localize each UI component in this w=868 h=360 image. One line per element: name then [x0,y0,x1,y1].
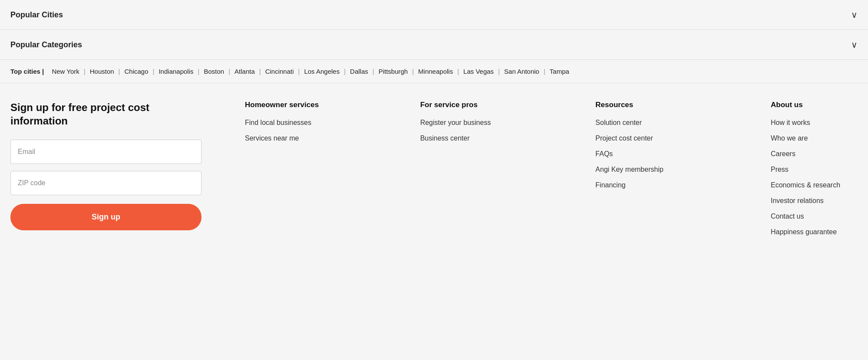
signup-button[interactable]: Sign up [10,204,201,230]
footer-link-business-center[interactable]: Business center [420,134,507,142]
footer-link-how-it-works[interactable]: How it works [771,119,858,127]
top-city-link[interactable]: Los Angeles [304,68,340,75]
footer-link-careers[interactable]: Careers [771,150,858,158]
footer-column-title-about-us: About us [771,101,858,109]
city-separator: | [544,68,545,75]
popular-cities-accordion: Popular Cities ∨ [0,0,868,30]
city-separator: | [344,68,346,75]
footer-link-contact-us[interactable]: Contact us [771,213,858,220]
footer-main: Sign up for free project cost informatio… [0,83,868,261]
city-separator: | [198,68,200,75]
popular-categories-accordion: Popular Categories ∨ [0,30,868,60]
popular-cities-title: Popular Cities [10,10,63,20]
footer-link-faqs[interactable]: FAQs [595,150,682,158]
city-separator: | [498,68,500,75]
footer-column-title-for-service-pros: For service pros [420,101,507,109]
footer-link-find-local-businesses[interactable]: Find local businesses [245,119,332,127]
top-city-link[interactable]: Indianapolis [158,68,193,75]
city-separator: | [153,68,155,75]
footer-link-project-cost-center[interactable]: Project cost center [595,134,682,142]
top-city-link[interactable]: Tampa [550,68,569,75]
footer-column-about-us: About usHow it worksWho we areCareersPre… [771,101,858,244]
footer-column-for-service-pros: For service prosRegister your businessBu… [420,101,507,244]
popular-categories-title: Popular Categories [10,40,82,49]
footer-column-title-homeowner-services: Homeowner services [245,101,332,109]
city-separator: | [298,68,300,75]
popular-cities-chevron-icon: ∨ [851,10,858,20]
top-city-link[interactable]: Las Vegas [463,68,494,75]
top-cities-links: New York|Houston|Chicago|Indianapolis|Bo… [49,68,571,75]
footer-link-services-near-me[interactable]: Services near me [245,134,332,142]
footer-column-resources: ResourcesSolution centerProject cost cen… [595,101,682,244]
city-separator: | [119,68,120,75]
popular-cities-header[interactable]: Popular Cities ∨ [10,0,858,29]
footer-links: Homeowner servicesFind local businessesS… [228,101,858,244]
top-cities-label: Top cities | [10,68,44,75]
footer-column-homeowner-services: Homeowner servicesFind local businessesS… [245,101,332,244]
popular-categories-header[interactable]: Popular Categories ∨ [10,30,858,59]
footer-link-press[interactable]: Press [771,166,858,173]
top-city-link[interactable]: San Antonio [504,68,539,75]
top-city-link[interactable]: Boston [204,68,224,75]
city-separator: | [412,68,414,75]
top-cities-bar: Top cities | New York|Houston|Chicago|In… [0,60,868,83]
footer-link-register-your-business[interactable]: Register your business [420,119,507,127]
top-city-link[interactable]: Minneapolis [418,68,453,75]
footer-column-title-resources: Resources [595,101,682,109]
footer-link-happiness-guarantee[interactable]: Happiness guarantee [771,228,858,236]
top-city-link[interactable]: Dallas [350,68,368,75]
footer-link-investor-relations[interactable]: Investor relations [771,197,858,205]
signup-title: Sign up for free project cost informatio… [10,101,201,128]
zip-input[interactable] [10,171,201,195]
footer-link-economics--research[interactable]: Economics & research [771,181,858,189]
popular-categories-chevron-icon: ∨ [851,39,858,50]
footer-link-financing[interactable]: Financing [595,181,682,189]
city-separator: | [84,68,86,75]
city-separator: | [457,68,459,75]
email-input[interactable] [10,140,201,164]
top-city-link[interactable]: Chicago [125,68,149,75]
city-separator: | [259,68,261,75]
top-city-link[interactable]: New York [52,68,79,75]
signup-section: Sign up for free project cost informatio… [10,101,228,244]
city-separator: | [373,68,374,75]
footer-link-angi-key-membership[interactable]: Angi Key membership [595,166,682,173]
city-separator: | [228,68,230,75]
top-city-link[interactable]: Cincinnati [265,68,294,75]
footer-link-who-we-are[interactable]: Who we are [771,134,858,142]
top-city-link[interactable]: Atlanta [234,68,255,75]
footer-link-solution-center[interactable]: Solution center [595,119,682,127]
top-city-link[interactable]: Houston [90,68,114,75]
top-city-link[interactable]: Pittsburgh [379,68,408,75]
